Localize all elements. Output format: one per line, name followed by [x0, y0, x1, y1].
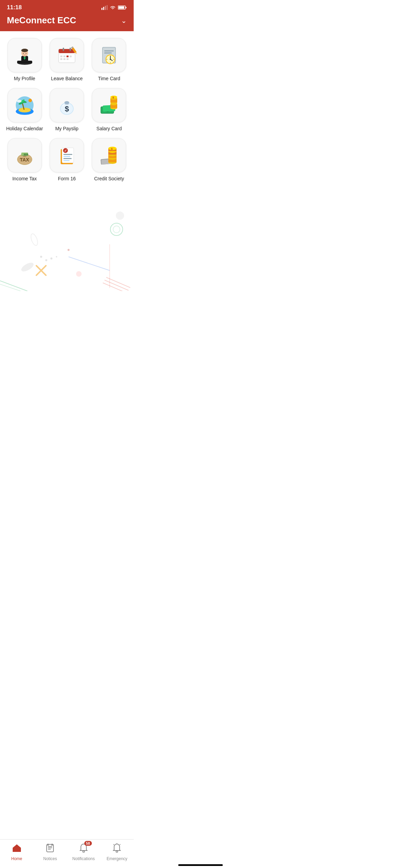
svg-point-98: [20, 261, 35, 273]
svg-rect-25: [63, 58, 65, 60]
svg-rect-24: [60, 58, 62, 60]
svg-rect-21: [63, 56, 65, 57]
my-payslip-icon: $: [50, 88, 84, 122]
menu-grid: My Profile: [0, 31, 134, 188]
grid-item-salary-card[interactable]: $ $ Salary Card: [90, 88, 128, 131]
leave-balance-label: Leave Balance: [51, 76, 83, 81]
my-profile-label: My Profile: [14, 76, 35, 81]
svg-rect-85: [63, 160, 70, 161]
credit-society-icon: $: [92, 138, 126, 172]
svg-line-115: [0, 281, 27, 291]
svg-rect-5: [125, 7, 126, 8]
credit-society-label: Credit Society: [94, 176, 124, 181]
grid-item-income-tax[interactable]: TAX $$$ Income Tax: [5, 138, 44, 181]
income-tax-icon: TAX $$$: [8, 138, 42, 172]
svg-rect-17: [63, 48, 64, 51]
svg-text:$: $: [65, 105, 69, 113]
svg-point-106: [40, 256, 42, 258]
svg-point-117: [76, 271, 82, 277]
svg-text:$: $: [112, 96, 114, 99]
svg-point-100: [110, 223, 123, 236]
grid-item-form-16[interactable]: ✓ Form 16: [48, 138, 86, 181]
grid-item-time-card[interactable]: Time Card: [90, 38, 128, 81]
svg-line-102: [69, 257, 110, 270]
svg-rect-82: [63, 154, 72, 155]
decorative-svg: [0, 188, 134, 291]
svg-rect-2: [105, 6, 106, 10]
holiday-calendar-icon: [8, 88, 42, 122]
grid-item-my-profile[interactable]: My Profile: [5, 38, 44, 81]
leave-balance-icon: [50, 38, 84, 72]
grid-item-holiday-calendar[interactable]: Holiday Calendar: [5, 88, 44, 131]
svg-point-101: [113, 226, 120, 233]
form-16-label: Form 16: [58, 176, 76, 181]
time-card-label: Time Card: [98, 76, 120, 81]
dropdown-chevron-icon[interactable]: ⌄: [121, 16, 127, 25]
svg-point-12: [21, 49, 28, 52]
my-profile-icon: [8, 38, 42, 72]
svg-rect-0: [101, 8, 102, 10]
svg-point-50: [17, 100, 22, 103]
svg-rect-6: [119, 7, 124, 9]
svg-point-54: [64, 101, 69, 104]
grid-item-credit-society[interactable]: $ Credit Society: [90, 138, 128, 181]
grid-item-leave-balance[interactable]: Leave Balance: [48, 38, 86, 81]
svg-point-14: [25, 53, 26, 54]
salary-card-icon: $ $: [92, 88, 126, 122]
income-tax-label: Income Tax: [12, 176, 37, 181]
svg-point-45: [19, 108, 31, 112]
my-payslip-label: My Payslip: [55, 126, 78, 131]
svg-point-104: [116, 212, 124, 220]
battery-icon: [118, 5, 127, 10]
svg-rect-26: [66, 58, 69, 60]
svg-point-99: [68, 249, 70, 251]
svg-line-103: [88, 244, 131, 288]
status-bar: 11:18: [0, 0, 134, 12]
app-title: MeConnect ECC: [7, 15, 76, 26]
svg-text:✓: ✓: [64, 149, 67, 153]
svg-rect-22: [66, 56, 69, 57]
svg-point-49: [28, 99, 32, 102]
grid-item-my-payslip[interactable]: $ My Payslip: [48, 88, 86, 131]
svg-rect-23: [70, 56, 72, 57]
svg-rect-3: [107, 5, 108, 10]
svg-rect-1: [103, 7, 104, 10]
svg-rect-84: [63, 158, 72, 159]
svg-rect-18: [70, 48, 71, 51]
svg-text:TAX: TAX: [20, 157, 29, 162]
svg-rect-33: [104, 52, 112, 53]
svg-text:$$$: $$$: [24, 153, 28, 156]
svg-point-13: [23, 53, 23, 54]
svg-rect-32: [104, 50, 114, 51]
form-16-icon: ✓: [50, 138, 84, 172]
status-time: 11:18: [7, 4, 22, 11]
svg-point-108: [50, 257, 52, 260]
holiday-calendar-label: Holiday Calendar: [6, 126, 43, 131]
status-icons: [101, 5, 127, 10]
decorative-area: [0, 188, 134, 291]
signal-icon: [101, 5, 108, 10]
svg-rect-83: [63, 156, 70, 157]
wifi-icon: [110, 5, 116, 10]
svg-point-107: [45, 259, 47, 261]
svg-line-114: [103, 283, 127, 291]
salary-card-label: Salary Card: [96, 126, 122, 131]
app-header: MeConnect ECC ⌄: [0, 12, 134, 31]
svg-text:$: $: [111, 147, 113, 150]
svg-rect-20: [60, 56, 62, 57]
svg-point-109: [56, 256, 57, 257]
time-card-icon: [92, 38, 126, 72]
svg-point-105: [29, 233, 39, 246]
